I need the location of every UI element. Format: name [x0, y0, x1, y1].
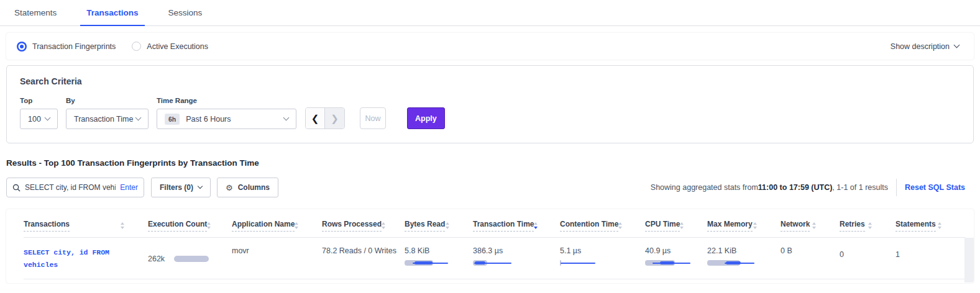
time-range-badge: 6h: [165, 114, 180, 125]
results-controls: Enter Filters (0) ⚙ Columns Showing aggr…: [6, 178, 974, 197]
time-range-select[interactable]: 6h Past 6 Hours: [157, 109, 296, 129]
page-tabs: Statements Transactions Sessions: [0, 0, 980, 26]
columns-button[interactable]: ⚙ Columns: [217, 178, 278, 197]
aggregated-stats-text: Showing aggregated stats from 11:00 to 1…: [651, 183, 888, 192]
column-header-transactions[interactable]: Transactions: [24, 209, 148, 237]
column-label[interactable]: Application Name: [232, 220, 295, 232]
results-heading: Results - Top 100 Transaction Fingerprin…: [6, 158, 974, 168]
time-range-field: Time Range 6h Past 6 Hours: [157, 97, 296, 129]
transaction-fingerprint-link[interactable]: SELECT city, id FROM vehicles: [24, 246, 131, 271]
column-header-retries[interactable]: Retries: [840, 209, 895, 237]
top-field: Top 100: [20, 97, 58, 129]
sort-icon[interactable]: [618, 222, 622, 229]
enter-button[interactable]: Enter: [120, 183, 138, 192]
tab-statements[interactable]: Statements: [8, 8, 63, 26]
by-label: By: [66, 97, 149, 104]
column-label[interactable]: Rows Processed: [322, 220, 382, 232]
sort-icon[interactable]: [680, 222, 684, 229]
by-value: Transaction Time: [74, 115, 133, 124]
top-label: Top: [20, 97, 58, 104]
search-criteria-title: Search Criteria: [20, 76, 960, 86]
tab-sessions[interactable]: Sessions: [162, 8, 209, 26]
radio-transaction-fingerprints[interactable]: Transaction Fingerprints: [17, 42, 116, 52]
column-label[interactable]: CPU Time: [645, 220, 680, 232]
column-label[interactable]: Transaction Time: [473, 220, 534, 232]
sort-icon[interactable]: [382, 222, 385, 229]
top-select[interactable]: 100: [20, 109, 58, 129]
column-header-bytes-read[interactable]: Bytes Read: [405, 209, 473, 237]
show-description-toggle[interactable]: Show description: [891, 42, 959, 51]
radio-unselected-icon: [132, 42, 141, 51]
column-header-rows-processed[interactable]: Rows Processed: [322, 209, 405, 237]
sort-icon[interactable]: [534, 222, 538, 229]
search-criteria-card: Search Criteria Top 100 By Transaction T…: [6, 65, 974, 143]
search-input[interactable]: [25, 183, 116, 192]
column-label[interactable]: Transactions: [24, 220, 70, 232]
column-header-max-memory[interactable]: Max Memory: [707, 209, 781, 237]
table-scrollbar-gutter[interactable]: [964, 238, 974, 282]
sort-icon[interactable]: [938, 222, 941, 229]
column-header-contention-time[interactable]: Contention Time: [560, 209, 645, 237]
column-label[interactable]: Max Memory: [707, 220, 753, 232]
contention-time-value: 5.1 µs: [560, 246, 639, 255]
column-label[interactable]: Bytes Read: [405, 220, 445, 232]
radio-active-executions[interactable]: Active Executions: [132, 42, 208, 51]
contention-time-bar: [560, 260, 611, 266]
column-header-execution-count[interactable]: Execution Count: [148, 209, 232, 237]
chevron-down-icon: [954, 42, 960, 48]
sort-icon[interactable]: [753, 222, 757, 229]
sort-icon[interactable]: [121, 222, 124, 229]
now-button[interactable]: Now: [360, 107, 386, 129]
statements-value: 1: [895, 238, 965, 279]
cpu-time-value: 40.9 µs: [645, 246, 701, 255]
max-memory-bar: [707, 260, 758, 266]
column-header-transaction-time[interactable]: Transaction Time: [473, 209, 560, 237]
radio-label: Active Executions: [147, 42, 208, 51]
tab-transactions[interactable]: Transactions: [80, 8, 144, 26]
column-label[interactable]: Execution Count: [148, 220, 207, 232]
radio-selected-icon: [20, 45, 24, 48]
cpu-time-bar: [645, 260, 696, 266]
filters-button[interactable]: Filters (0): [151, 178, 211, 197]
column-label[interactable]: Retries: [840, 220, 865, 232]
rows-processed-value: 78.2 Reads / 0 Writes: [322, 238, 405, 279]
chevron-down-icon: [283, 115, 290, 121]
apply-button[interactable]: Apply: [407, 107, 445, 129]
sort-icon[interactable]: [207, 222, 211, 229]
by-select[interactable]: Transaction Time: [66, 109, 149, 129]
network-value: 0 B: [781, 238, 840, 279]
column-label[interactable]: Contention Time: [560, 220, 618, 232]
sort-icon[interactable]: [868, 222, 872, 229]
max-memory-value: 22.1 KiB: [707, 246, 774, 255]
next-window-button[interactable]: ❯: [325, 108, 344, 128]
stats-suffix: , 1-1 of 1 results: [832, 183, 888, 192]
column-header-application-name[interactable]: Application Name: [232, 209, 322, 237]
previous-window-button[interactable]: ❮: [306, 108, 325, 128]
sort-icon[interactable]: [295, 222, 298, 229]
column-label[interactable]: Network: [781, 220, 810, 232]
column-header-network[interactable]: Network: [781, 209, 840, 237]
by-field: By Transaction Time: [66, 97, 149, 129]
sort-icon[interactable]: [446, 222, 449, 229]
stats-interval: 11:00 to 17:59 (UTC): [758, 183, 832, 192]
bytes-read-bar: [405, 260, 456, 266]
column-header-statements[interactable]: Statements: [895, 209, 965, 237]
transaction-time-bar: [473, 260, 524, 266]
chevron-down-icon: [198, 184, 203, 189]
stats-prefix: Showing aggregated stats from: [651, 183, 758, 192]
transactions-table: Transactions Execution Count Application…: [6, 209, 974, 283]
column-label[interactable]: Statements: [895, 220, 936, 232]
top-value: 100: [28, 115, 41, 124]
show-description-label: Show description: [891, 42, 950, 51]
sql-search-box[interactable]: Enter: [6, 178, 144, 197]
reset-sql-stats-link[interactable]: Reset SQL Stats: [905, 183, 965, 192]
time-window-arrows: ❮ ❯: [305, 107, 345, 129]
filters-label: Filters (0): [160, 183, 193, 192]
view-toggle-bar: Transaction Fingerprints Active Executio…: [6, 33, 974, 60]
sort-icon[interactable]: [812, 222, 816, 229]
columns-label: Columns: [238, 183, 270, 192]
radio-label: Transaction Fingerprints: [32, 42, 116, 51]
transaction-time-value: 386.3 µs: [473, 246, 554, 255]
execution-count-value: 262k: [148, 255, 165, 263]
column-header-cpu-time[interactable]: CPU Time: [645, 209, 707, 237]
